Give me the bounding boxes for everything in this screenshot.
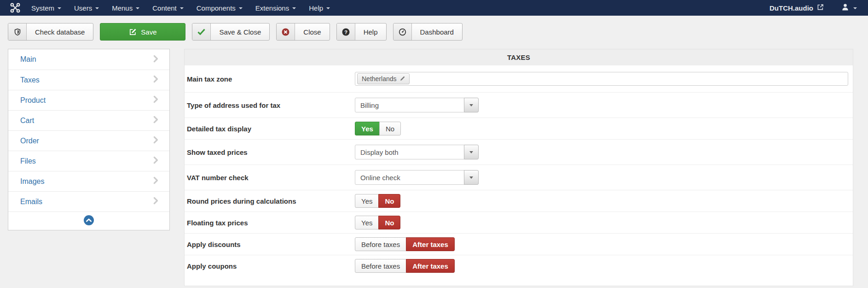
select-value: Billing bbox=[355, 98, 464, 112]
sidebar-item-emails[interactable]: Emails bbox=[8, 191, 169, 212]
save-icon bbox=[129, 28, 137, 36]
menu-help[interactable]: Help bbox=[302, 0, 336, 16]
menu-menus[interactable]: Menus bbox=[105, 0, 146, 16]
check-database-button[interactable]: Check database bbox=[8, 23, 93, 41]
select-caret-button[interactable] bbox=[464, 145, 479, 159]
chevron-down-icon bbox=[469, 151, 473, 153]
menu-label: Users bbox=[74, 4, 92, 12]
save-close-button[interactable]: Save & Close bbox=[192, 23, 270, 41]
admin-navbar: SystemUsersMenusContentComponentsExtensi… bbox=[0, 0, 868, 16]
option-after-taxes[interactable]: After taxes bbox=[406, 237, 455, 251]
button-label: Help bbox=[355, 24, 386, 40]
sidebar-item-label: Product bbox=[20, 96, 46, 105]
select-value: Online check bbox=[355, 170, 464, 185]
option-before-taxes[interactable]: Before taxes bbox=[355, 237, 406, 251]
sidebar-item-files[interactable]: Files bbox=[8, 151, 169, 171]
button-label: Save bbox=[141, 28, 156, 36]
tag-chip-label: Netherlands bbox=[362, 75, 397, 82]
toggle-group-detailed-tax-display: YesNo bbox=[355, 122, 401, 135]
option-no[interactable]: No bbox=[378, 194, 400, 208]
sidebar-item-images[interactable]: Images bbox=[8, 171, 169, 191]
field-label: Type of address used for tax bbox=[187, 101, 355, 109]
menu-label: Components bbox=[197, 4, 236, 12]
option-before-taxes[interactable]: Before taxes bbox=[355, 259, 406, 273]
toggle-group-round-prices-during-calculations: YesNo bbox=[355, 194, 400, 208]
field-row-round-prices-during-calculations: Round prices during calculationsYesNo bbox=[185, 190, 853, 212]
save-button[interactable]: Save bbox=[100, 23, 185, 41]
navbar-right: DuTCH.audio bbox=[770, 3, 868, 13]
menu-label: Extensions bbox=[255, 4, 289, 12]
tag-chip-netherlands[interactable]: Netherlands bbox=[357, 73, 410, 84]
content-area: MainTaxesProductCartOrderFilesImagesEmai… bbox=[0, 41, 868, 286]
field-label: Show taxed prices bbox=[187, 148, 355, 156]
field-label: Main tax zone bbox=[187, 75, 355, 83]
select-caret-button[interactable] bbox=[464, 170, 479, 185]
option-no[interactable]: No bbox=[378, 216, 400, 229]
sidebar-item-order[interactable]: Order bbox=[8, 130, 169, 151]
sidebar-item-label: Main bbox=[20, 55, 36, 64]
chevron-down-icon bbox=[853, 7, 857, 9]
field-label: Round prices during calculations bbox=[187, 197, 355, 205]
sidebar-collapse-button[interactable] bbox=[8, 212, 169, 230]
field-row-apply-coupons: Apply couponsBefore taxesAfter taxes bbox=[185, 255, 853, 276]
button-label: Close bbox=[295, 24, 329, 40]
field-row-main-tax-zone: Main tax zoneNetherlands bbox=[185, 65, 853, 92]
sidebar-item-label: Emails bbox=[20, 198, 42, 206]
dashboard-button[interactable]: Dashboard bbox=[393, 23, 463, 41]
menu-content[interactable]: Content bbox=[146, 0, 190, 16]
field-label: Floating tax prices bbox=[187, 219, 355, 227]
chevron-down-icon bbox=[136, 7, 139, 9]
option-no[interactable]: No bbox=[379, 122, 401, 135]
joomla-logo-icon bbox=[10, 3, 20, 13]
menu-users[interactable]: Users bbox=[68, 0, 105, 16]
external-link-icon bbox=[817, 4, 824, 12]
svg-text:?: ? bbox=[344, 29, 347, 35]
chevron-right-icon bbox=[153, 176, 158, 186]
select-vat-number-check[interactable]: Online check bbox=[355, 170, 479, 185]
sidebar-item-label: Images bbox=[20, 177, 44, 186]
option-yes[interactable]: Yes bbox=[355, 194, 379, 208]
option-yes[interactable]: Yes bbox=[355, 122, 380, 135]
sidebar-item-cart[interactable]: Cart bbox=[8, 110, 169, 130]
chevron-right-icon bbox=[153, 95, 158, 105]
select-show-taxed-prices[interactable]: Display both bbox=[355, 145, 479, 159]
button-label: Save & Close bbox=[211, 24, 269, 40]
button-label: Dashboard bbox=[412, 24, 462, 40]
chevron-right-icon bbox=[153, 156, 158, 166]
sidebar-item-product[interactable]: Product bbox=[8, 90, 169, 110]
menu-components[interactable]: Components bbox=[190, 0, 249, 16]
chevron-down-icon bbox=[469, 104, 473, 106]
toggle-group-apply-coupons: Before taxesAfter taxes bbox=[355, 259, 455, 273]
menu-label: Help bbox=[309, 4, 323, 12]
form-rows: Main tax zoneNetherlandsType of address … bbox=[185, 65, 853, 276]
select-type-of-address-used-for-tax[interactable]: Billing bbox=[355, 98, 479, 112]
close-button[interactable]: Close bbox=[276, 23, 330, 41]
chevron-right-icon bbox=[153, 75, 158, 85]
menu-system[interactable]: System bbox=[25, 0, 68, 16]
chevron-down-icon bbox=[239, 7, 243, 9]
field-label: Apply coupons bbox=[187, 262, 355, 270]
field-row-type-of-address-used-for-tax: Type of address used for taxBilling bbox=[185, 92, 853, 118]
menu-label: Menus bbox=[112, 4, 133, 12]
chevron-right-icon bbox=[153, 136, 158, 146]
chevron-right-icon bbox=[153, 116, 158, 125]
taxes-panel: TAXES Main tax zoneNetherlandsType of ad… bbox=[184, 49, 853, 286]
chevron-right-icon bbox=[153, 55, 158, 65]
circle-up-icon bbox=[84, 215, 94, 227]
dashboard-icon bbox=[393, 24, 412, 40]
site-preview-link[interactable]: DuTCH.audio bbox=[770, 4, 824, 12]
help-button[interactable]: ?Help bbox=[336, 23, 387, 41]
sidebar-item-taxes[interactable]: Taxes bbox=[8, 70, 169, 90]
option-after-taxes[interactable]: After taxes bbox=[406, 259, 455, 273]
sidebar-item-main[interactable]: Main bbox=[8, 49, 169, 70]
menu-extensions[interactable]: Extensions bbox=[249, 0, 302, 16]
chevron-down-icon bbox=[469, 176, 473, 179]
chevron-right-icon bbox=[153, 197, 158, 206]
user-menu[interactable] bbox=[841, 3, 857, 13]
chevron-down-icon bbox=[58, 7, 61, 9]
tag-input-field[interactable]: Netherlands bbox=[355, 72, 848, 86]
pencil-icon[interactable] bbox=[400, 75, 405, 82]
select-caret-button[interactable] bbox=[464, 98, 479, 112]
option-yes[interactable]: Yes bbox=[355, 216, 379, 229]
chevron-down-icon bbox=[292, 7, 296, 9]
